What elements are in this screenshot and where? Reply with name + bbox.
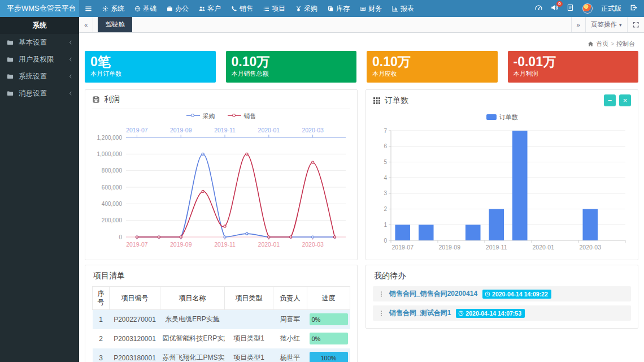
nav-item-base[interactable]: 基础 (129, 0, 162, 17)
legend-item[interactable]: 采购 (186, 112, 215, 120)
stat-card-month-sales[interactable]: 0.10万本月销售总额 (226, 51, 357, 83)
tab-actions-dropdown[interactable]: 页签操作▾ (585, 17, 627, 32)
legend-swatch (486, 114, 497, 120)
nav-item-sales[interactable]: 销售 (226, 0, 258, 17)
nav-item-project[interactable]: 项目 (258, 0, 290, 17)
panel-tools: − × (604, 94, 631, 106)
content-area: 首页 > 控制台 0笔本月订单数0.10万本月销售总额0.10万本月应收-0.0… (79, 33, 644, 362)
nav-item-system[interactable]: 系统 (97, 0, 129, 17)
legend-label: 销售 (244, 112, 256, 120)
stat-card-value: -0.01万 (514, 54, 633, 69)
svg-text:2019-11: 2019-11 (486, 244, 507, 251)
stat-card-label: 本月利润 (514, 70, 633, 78)
sidebar-item-message-settings[interactable]: 消息设置 (0, 85, 79, 102)
todo-item-title[interactable]: 销售合同_销售合同20200414 (389, 289, 477, 299)
todo-item[interactable]: 销售合同_销售合同202004142020-04-14 14:09:22 (373, 286, 631, 301)
column-header: 项目名称 (160, 287, 225, 310)
table-row[interactable]: 2P2003120001固优智能科技ERP实施项目类型1范小红0% (93, 329, 350, 348)
signout-button[interactable] (630, 4, 637, 13)
sidebar-item-label: 用户及权限 (19, 55, 68, 64)
dashboard-button[interactable] (535, 4, 542, 13)
close-panel-button[interactable]: × (619, 94, 631, 106)
book-icon (567, 4, 574, 11)
svg-text:2020-01: 2020-01 (258, 241, 280, 248)
chevron-left-icon (68, 40, 73, 45)
table-row[interactable]: 1P2002270001东吴电缆ERP实施周喜军0% (93, 310, 350, 329)
clock-icon (485, 291, 490, 297)
app-brand: 平步WMS仓管云平台 (0, 0, 79, 17)
orders-panel: 订单数 − × 订单数 012345672019-072019-092019-1… (365, 89, 638, 260)
list-icon (263, 6, 269, 12)
nav-item-label: 基础 (143, 4, 156, 14)
todo-time-badge: 2020-04-14 14:09:22 (482, 290, 551, 299)
users-icon (199, 6, 205, 12)
sidebar-item-system-settings[interactable]: 系统设置 (0, 68, 79, 85)
gear-icon (102, 6, 108, 12)
svg-text:1: 1 (384, 222, 387, 228)
legend-item[interactable]: 销售 (228, 112, 256, 120)
bar-chart-legend: 订单数 (373, 111, 631, 123)
tabs-scroll-left-button[interactable]: « (79, 17, 93, 32)
version-label: 正式版 (601, 4, 621, 14)
svg-text:2019-09: 2019-09 (438, 244, 460, 251)
table-row[interactable]: 3P2003180001苏州飞翔化工PMS实施项目类型1杨世平100% (93, 348, 350, 362)
sidebar-header: 系统 (0, 17, 79, 34)
nav-item-office[interactable]: 办公 (162, 0, 194, 17)
line-chart-legend: 采购销售 (92, 110, 350, 122)
notifications-button[interactable]: 0 (551, 4, 558, 13)
svg-text:2020-01: 2020-01 (258, 127, 280, 133)
tab-dashboard[interactable]: 驾驶舱 (98, 17, 132, 32)
stat-card-month-profit[interactable]: -0.01万本月利润 (508, 51, 639, 83)
table-cell: P2003180001 (110, 348, 160, 362)
legend-item[interactable]: 订单数 (486, 113, 518, 122)
breadcrumb-home-link[interactable]: 首页 (596, 40, 608, 48)
signout-icon (630, 4, 637, 11)
sidebar: 系统 基本设置用户及权限系统设置消息设置 (0, 17, 79, 362)
nav-item-finance[interactable]: 财务 (355, 0, 387, 17)
project-list-title: 项目清单 (92, 270, 350, 286)
svg-text:7: 7 (384, 128, 387, 134)
notification-badge: 0 (556, 1, 563, 7)
tab-actions-label: 页签操作 (591, 20, 617, 29)
hamburger-icon (85, 5, 92, 12)
sidebar-item-label: 基本设置 (19, 38, 68, 48)
svg-text:2019-11: 2019-11 (214, 241, 236, 248)
stat-card-month-orders[interactable]: 0笔本月订单数 (85, 51, 216, 83)
collapse-panel-button[interactable]: − (604, 94, 616, 106)
table-cell: P2002270001 (110, 310, 160, 329)
chart-icon (392, 6, 398, 12)
nav-item-inventory[interactable]: 库存 (323, 0, 355, 17)
legend-label: 采购 (203, 112, 215, 120)
grip-icon (378, 310, 385, 317)
copy-icon (328, 6, 334, 12)
table-cell: 固优智能科技ERP实施 (160, 329, 225, 348)
stat-card-month-receivable[interactable]: 0.10万本月应收 (367, 51, 498, 83)
table-cell: 杨世平 (273, 348, 307, 362)
column-header: 进度 (307, 287, 350, 310)
sidebar-toggle-button[interactable] (79, 0, 97, 17)
tabs-scroll-right-button[interactable]: » (571, 17, 585, 32)
nav-item-label: 库存 (336, 4, 350, 14)
sidebar-item-users-permissions[interactable]: 用户及权限 (0, 51, 79, 68)
svg-text:5: 5 (384, 159, 387, 165)
svg-text:600,000: 600,000 (102, 184, 123, 191)
table-cell: 东吴电缆ERP实施 (160, 310, 225, 329)
sidebar-item-basic-settings[interactable]: 基本设置 (0, 34, 79, 51)
progress-cell: 0% (307, 329, 350, 348)
docs-button[interactable] (567, 4, 574, 13)
chevron-left-icon (68, 57, 73, 62)
svg-text:2020-01: 2020-01 (532, 244, 554, 251)
nav-item-label: 财务 (368, 4, 382, 14)
orders-panel-header: 订单数 − × (373, 94, 631, 110)
fullscreen-button[interactable] (627, 17, 644, 32)
nav-item-customer[interactable]: 客户 (194, 0, 226, 17)
nav-item-report[interactable]: 报表 (387, 0, 419, 17)
folder-icon (7, 90, 14, 97)
table-cell: 项目类型1 (225, 329, 273, 348)
todo-item-title[interactable]: 销售合同_测试合同1 (389, 308, 451, 318)
avatar[interactable] (582, 3, 593, 14)
svg-text:0: 0 (119, 234, 122, 240)
todo-item[interactable]: 销售合同_测试合同12020-04-14 14:07:53 (373, 305, 631, 321)
nav-item-purchase[interactable]: 采购 (290, 0, 323, 17)
profit-panel-title: 利润 (104, 94, 120, 105)
